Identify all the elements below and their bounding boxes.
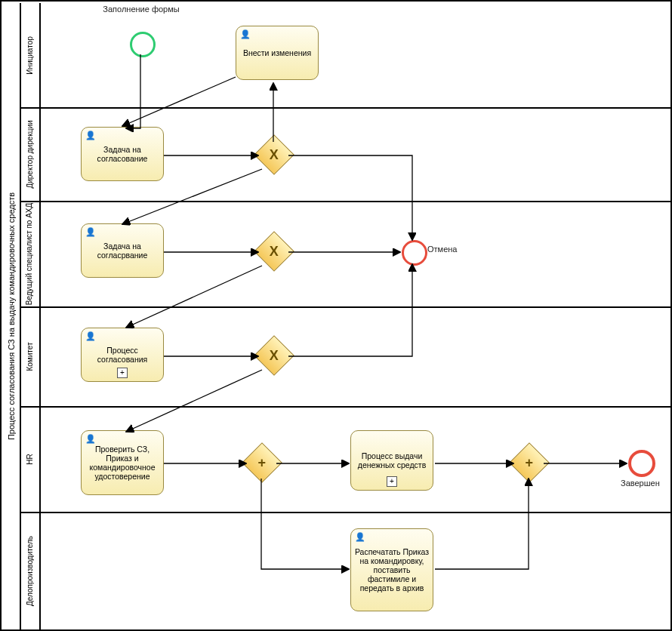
- start-event: [130, 32, 156, 57]
- diagram-canvas: Процесс согласования СЗ на выдачу команд…: [0, 0, 672, 631]
- pool-title: Процесс согласования СЗ на выдачу команд…: [3, 3, 21, 629]
- task-label: Процесс согласования: [85, 346, 160, 364]
- lane-clerk: Делопроизводитель 👤 Распечатать Приказ н…: [20, 512, 670, 629]
- lane-hr: HR 👤 Проверить СЗ, Приказ и командировоч…: [20, 406, 670, 513]
- task-label: Задача на согласрвание: [85, 242, 160, 260]
- gateway-ahd: X: [254, 231, 294, 272]
- task-label: Внести изменения: [243, 48, 311, 57]
- task-ahd-approval: 👤 Задача на согласрвание: [81, 223, 164, 278]
- task-label: Процесс выдачи денежных средств: [354, 451, 430, 469]
- task-label: Проверить СЗ, Приказ и командировочное у…: [85, 445, 160, 481]
- lane-title: Делопроизводитель: [20, 512, 41, 629]
- task-committee-process: 👤 Процесс согласования +: [81, 328, 164, 382]
- user-icon: 👤: [85, 227, 96, 237]
- lane-title: Комитет: [20, 306, 41, 406]
- lane-initiator: Инициатор Заполнение формы 👤 Внести изме…: [20, 3, 670, 109]
- gateway-parallel-join: +: [509, 442, 550, 483]
- lane-title: Инициатор: [20, 3, 41, 107]
- lane-director: Директор дирекции 👤 Задача на согласован…: [20, 107, 670, 202]
- subprocess-icon: +: [117, 368, 128, 378]
- user-icon: 👤: [240, 29, 251, 39]
- gateway-x-icon: X: [270, 347, 279, 363]
- subprocess-icon: +: [387, 476, 397, 487]
- task-make-changes: 👤 Внести изменения: [236, 26, 319, 80]
- task-director-approval: 👤 Задача на согласование: [81, 127, 164, 181]
- lane-committee: Комитет 👤 Процесс согласования + X: [20, 306, 670, 408]
- lane-title: Ведущий специалист по АХД: [20, 201, 41, 306]
- gateway-x-icon: X: [270, 146, 279, 162]
- lane-title: Директор дирекции: [20, 107, 41, 201]
- user-icon: 👤: [355, 532, 365, 542]
- lane-title: HR: [20, 406, 41, 512]
- task-cash-process: Процесс выдачи денежных средств +: [350, 430, 433, 491]
- task-print-order: 👤 Распечатать Приказ на командировку, по…: [350, 528, 433, 611]
- cancel-label: Отмена: [427, 245, 457, 254]
- cancel-event: [402, 240, 427, 266]
- gateway-plus-icon: +: [258, 454, 267, 470]
- user-icon: 👤: [85, 331, 96, 341]
- task-hr-check: 👤 Проверить СЗ, Приказ и командировочное…: [81, 430, 164, 495]
- user-icon: 👤: [85, 434, 96, 444]
- gateway-parallel-split: +: [242, 442, 282, 483]
- user-icon: 👤: [85, 131, 96, 140]
- gateway-plus-icon: +: [526, 454, 534, 470]
- gateway-x-icon: X: [270, 243, 279, 259]
- pool-title-text: Процесс согласования СЗ на выдачу команд…: [7, 192, 16, 440]
- lane-ahd: Ведущий специалист по АХД 👤 Задача на со…: [20, 201, 670, 308]
- task-label: Распечатать Приказ на командировку, пост…: [354, 547, 430, 593]
- end-event: [628, 450, 655, 477]
- gateway-director: X: [254, 134, 294, 175]
- end-label: Завершен: [621, 479, 660, 488]
- gateway-committee: X: [254, 335, 294, 376]
- start-event-label: Заполнение формы: [100, 5, 183, 14]
- task-label: Задача на согласование: [85, 145, 160, 163]
